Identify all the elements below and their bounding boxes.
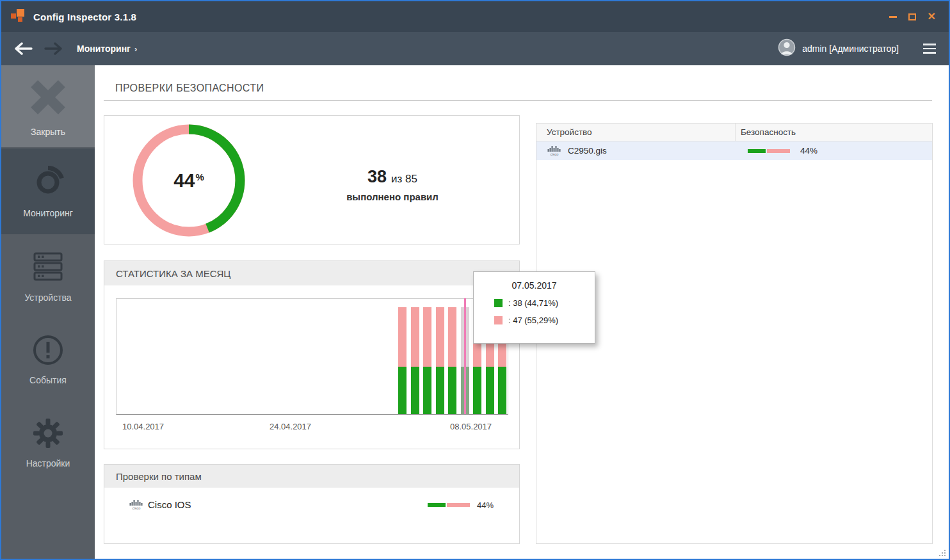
done-swatch <box>494 299 503 307</box>
failed-swatch <box>494 316 503 324</box>
chevron-right-icon: › <box>134 44 137 54</box>
resize-grip[interactable] <box>938 549 946 557</box>
breadcrumb-label: Мониторинг <box>77 44 131 54</box>
navbar: Мониторинг› admin [Администратор] <box>1 32 949 65</box>
forward-button[interactable] <box>44 42 63 55</box>
window-controls: ✕ <box>889 12 940 22</box>
titlebar: Config Inspector 3.1.8 ✕ <box>1 1 949 32</box>
minimize-button[interactable] <box>889 16 897 18</box>
window-title: Config Inspector 3.1.8 <box>33 12 136 22</box>
type-row[interactable]: cisco Cisco IOS 44% <box>129 498 508 513</box>
type-percent: 44% <box>477 500 494 510</box>
security-bar <box>428 503 470 507</box>
monthly-stats-title: СТАТИСТИКА ЗА МЕСЯЦ <box>104 261 519 285</box>
app-logo-icon <box>10 8 26 26</box>
sidebar-item-monitoring[interactable]: Мониторинг <box>1 148 95 234</box>
gear-icon <box>31 417 65 452</box>
title-divider <box>104 100 932 101</box>
column-header-device[interactable]: Устройство <box>536 124 736 141</box>
sidebar-item-label: События <box>29 375 67 385</box>
x-axis-label: 08.05.2017 <box>450 422 492 431</box>
sidebar-item-close[interactable]: Закрыть <box>1 65 95 148</box>
events-alert-icon <box>31 333 65 369</box>
stacked-bar[interactable] <box>411 307 419 414</box>
sidebar-item-devices[interactable]: Устройства <box>1 234 95 317</box>
sidebar-item-label: Настройки <box>26 458 70 468</box>
svg-text:cisco: cisco <box>551 152 559 156</box>
devices-table-card: Устройство Безопасность cisco <box>536 123 933 544</box>
user-label[interactable]: admin [Администратор] <box>802 44 899 54</box>
breadcrumb[interactable]: Мониторинг› <box>77 44 137 54</box>
sidebar-item-label: Закрыть <box>31 127 65 137</box>
cisco-icon: cisco <box>547 145 562 156</box>
stacked-bar[interactable] <box>398 307 407 414</box>
main-content: ПРОВЕРКИ БЕЗОПАСНОСТИ 44% 38из 85 <box>95 65 949 559</box>
stacked-bar[interactable] <box>448 307 456 414</box>
rules-done-count: 38 <box>367 167 387 186</box>
devices-icon <box>31 250 65 287</box>
monitoring-icon <box>31 165 65 202</box>
donut-chart: 44% <box>133 124 245 237</box>
security-bar <box>748 149 790 153</box>
avatar[interactable] <box>778 38 796 59</box>
back-button[interactable] <box>14 42 33 55</box>
app-window: Config Inspector 3.1.8 ✕ Мониторинг› <box>0 0 950 560</box>
chart-tooltip: 07.05.2017 : 38 (44,71%) : 47 (55,29%) <box>473 271 595 344</box>
column-header-security[interactable]: Безопасность <box>736 124 932 141</box>
x-axis-label: 24.04.2017 <box>270 422 311 431</box>
svg-text:cisco: cisco <box>133 506 141 510</box>
summary-card: 44% 38из 85 выполнено правил <box>104 115 520 244</box>
close-x-icon <box>27 76 69 121</box>
device-name: C2950.gis <box>568 146 607 156</box>
bar-chart-plot <box>116 298 508 415</box>
close-button[interactable]: ✕ <box>928 12 936 22</box>
rules-summary: 38из 85 выполнено правил <box>296 167 488 202</box>
table-header: Устройство Безопасность <box>536 124 932 141</box>
stacked-bar[interactable] <box>461 307 469 414</box>
type-name: Cisco IOS <box>148 499 191 510</box>
tooltip-value-done: : 38 (44,71%) <box>508 298 558 308</box>
tooltip-date: 07.05.2017 <box>483 280 586 291</box>
checks-by-type-card: Проверки по типам cisco Cisco IOS 44% <box>104 464 520 544</box>
stacked-bar[interactable] <box>423 307 431 414</box>
device-percent: 44% <box>800 146 817 156</box>
page-title: ПРОВЕРКИ БЕЗОПАСНОСТИ <box>115 83 264 94</box>
donut-percent: 44% <box>173 170 204 191</box>
rules-total: из 85 <box>391 173 417 185</box>
monthly-stats-card: СТАТИСТИКА ЗА МЕСЯЦ 10.04.2017 24.04.201… <box>104 260 520 449</box>
rules-caption: выполнено правил <box>296 191 488 202</box>
menu-icon[interactable] <box>923 44 936 54</box>
sidebar: Закрыть Мониторинг <box>1 65 95 559</box>
cisco-icon: cisco <box>129 499 144 513</box>
sidebar-item-label: Устройства <box>24 292 71 303</box>
tooltip-value-failed: : 47 (55,29%) <box>508 316 558 325</box>
checks-by-type-title: Проверки по типам <box>104 465 519 488</box>
x-axis-label: 10.04.2017 <box>122 422 164 431</box>
table-row[interactable]: cisco C2950.gis 44% <box>536 141 932 160</box>
sidebar-item-events[interactable]: События <box>1 317 95 401</box>
sidebar-item-label: Мониторинг <box>23 208 73 218</box>
maximize-button[interactable] <box>908 13 916 20</box>
stacked-bar[interactable] <box>436 307 444 414</box>
sidebar-item-settings[interactable]: Настройки <box>1 401 95 484</box>
